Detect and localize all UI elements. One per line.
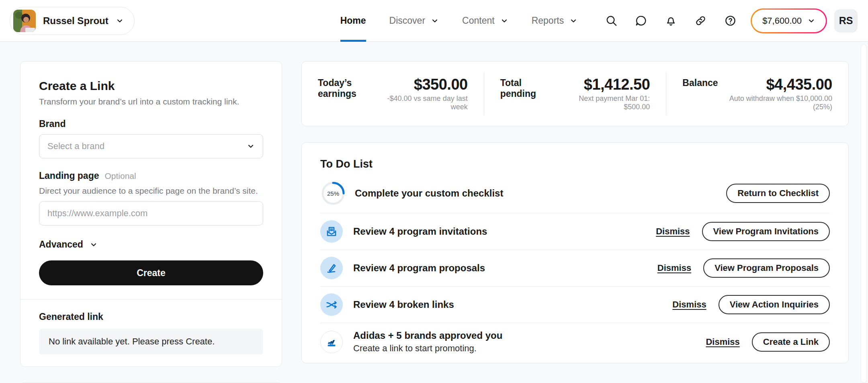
view-action-inquiries-button[interactable]: View Action Inquiries: [719, 295, 830, 314]
dismiss-link[interactable]: Dismiss: [657, 263, 691, 273]
stat-total-pending: Total pending $1,412.50 Next payment Mar…: [484, 72, 666, 115]
right-column: Today’s earnings $350.00 -$40.00 vs same…: [301, 61, 849, 383]
chevron-down-icon: [569, 17, 577, 25]
create-link-title: Create a Link: [39, 79, 263, 93]
stat-value: $4,435.00: [718, 76, 832, 93]
generated-link-empty-state: No link available yet. Please press Crea…: [39, 329, 263, 354]
account-balance-button[interactable]: $7,600.00: [751, 8, 827, 33]
return-to-checklist-button[interactable]: Return to Checklist: [726, 184, 830, 203]
program-proposal-icon: [320, 257, 343, 279]
checklist-progress-ring: 25%: [320, 180, 346, 206]
main-content: Create a Link Transform your brand’s url…: [0, 42, 868, 383]
dismiss-link[interactable]: Dismiss: [706, 337, 739, 347]
stat-label: Total pending: [500, 76, 557, 99]
todo-item-title: Complete your custom checklist: [355, 188, 503, 199]
stat-balance: Balance $4,435.00 Auto withdraw when $10…: [666, 72, 848, 115]
generated-link-section: Generated link No link available yet. Pl…: [39, 299, 263, 354]
generated-link-title: Generated link: [39, 311, 263, 322]
todo-row-brand-approval: adidas Adidas + 5 brands approved you Cr…: [320, 323, 830, 360]
stat-todays-earnings: Today’s earnings $350.00 -$40.00 vs same…: [302, 72, 484, 115]
landing-page-block: Landing page Optional Direct your audien…: [39, 170, 263, 225]
stat-label: Today’s earnings: [318, 76, 382, 99]
create-link-subtitle: Transform your brand’s url into a custom…: [39, 97, 263, 107]
dismiss-link[interactable]: Dismiss: [672, 299, 706, 310]
user-initials-avatar[interactable]: RS: [834, 9, 858, 33]
header-icon-group: [604, 14, 737, 28]
create-link-card: Create a Link Transform your brand’s url…: [20, 61, 282, 367]
todo-item-title: Adidas + 5 brands approved you: [353, 330, 502, 341]
help-icon[interactable]: [723, 14, 737, 28]
todo-item-title: Review 4 broken links: [353, 299, 454, 310]
account-switcher[interactable]: Russel Sprout: [10, 7, 135, 35]
stat-caption: -$40.00 vs same day last week: [382, 94, 467, 111]
brand-select-placeholder: Select a brand: [47, 141, 104, 152]
chevron-down-icon: [500, 17, 508, 25]
optional-tag: Optional: [105, 171, 136, 181]
view-program-invitations-button[interactable]: View Program Invitations: [702, 222, 830, 241]
advanced-toggle[interactable]: Advanced: [39, 239, 98, 250]
earnings-summary-card: Today’s earnings $350.00 -$40.00 vs same…: [301, 61, 849, 126]
nav-tab-reports[interactable]: Reports: [532, 0, 578, 42]
create-button[interactable]: Create: [39, 260, 263, 285]
search-icon[interactable]: [604, 14, 618, 28]
brand-field-label: Brand: [39, 119, 263, 129]
todo-item-subtitle: Create a link to start promoting.: [353, 343, 502, 354]
landing-page-label: Landing page Optional: [39, 170, 263, 181]
nav-tab-home[interactable]: Home: [340, 0, 366, 42]
stat-caption: Next payment Mar 01: $500.00: [557, 94, 650, 111]
stat-label: Balance: [682, 76, 718, 88]
balance-amount: $7,600.00: [762, 16, 802, 26]
todo-list-card: To Do List 25% Complete your custom chec…: [301, 142, 849, 363]
chevron-down-icon: [431, 17, 439, 25]
view-program-proposals-button[interactable]: View Program Proposals: [703, 258, 830, 278]
stat-value: $350.00: [382, 76, 467, 93]
todo-row-proposals: Review 4 program proposals Dismiss View …: [320, 250, 830, 287]
nav-tab-content[interactable]: Content: [462, 0, 508, 42]
account-avatar: [13, 10, 36, 32]
primary-nav: Home Discover Content Reports: [340, 0, 577, 42]
chevron-down-icon: [116, 17, 124, 25]
program-invitation-icon: [320, 220, 343, 243]
svg-text:adidas: adidas: [328, 344, 335, 346]
todo-row-broken-links: Review 4 broken links Dismiss View Actio…: [320, 287, 830, 323]
landing-page-url-input[interactable]: [39, 201, 263, 225]
todo-list-title: To Do List: [320, 158, 830, 170]
todo-item-title: Review 4 program invitations: [353, 226, 487, 237]
chevron-down-icon: [247, 142, 255, 150]
progress-percent-label: 25%: [320, 180, 346, 206]
broken-link-icon: [320, 293, 343, 316]
stat-value: $1,412.50: [557, 76, 650, 93]
brand-select[interactable]: Select a brand: [39, 134, 263, 158]
top-navigation-bar: Russel Sprout Home Discover Content Repo…: [0, 0, 868, 42]
messages-icon[interactable]: [634, 14, 648, 28]
adidas-logo: adidas: [320, 331, 343, 353]
notifications-icon[interactable]: [664, 14, 678, 28]
active-tab-indicator: [340, 40, 366, 42]
todo-item-title: Review 4 program proposals: [353, 262, 485, 274]
page-scrollbar[interactable]: [861, 44, 867, 383]
landing-page-help: Direct your audience to a specific page …: [39, 186, 263, 196]
left-column: Create a Link Transform your brand’s url…: [20, 61, 282, 383]
stat-caption: Auto withdraw when $10,000.00 (25%): [718, 94, 832, 111]
todo-row-checklist: 25% Complete your custom checklist Retur…: [320, 174, 830, 213]
chevron-down-icon: [90, 241, 98, 249]
nav-tab-discover[interactable]: Discover: [389, 0, 439, 42]
todo-row-invitations: Review 4 program invitations Dismiss Vie…: [320, 213, 830, 250]
create-a-link-button[interactable]: Create a Link: [752, 332, 830, 352]
chevron-down-icon: [807, 17, 815, 25]
links-icon[interactable]: [694, 14, 707, 28]
account-name: Russel Sprout: [43, 15, 108, 27]
dismiss-link[interactable]: Dismiss: [656, 226, 690, 237]
